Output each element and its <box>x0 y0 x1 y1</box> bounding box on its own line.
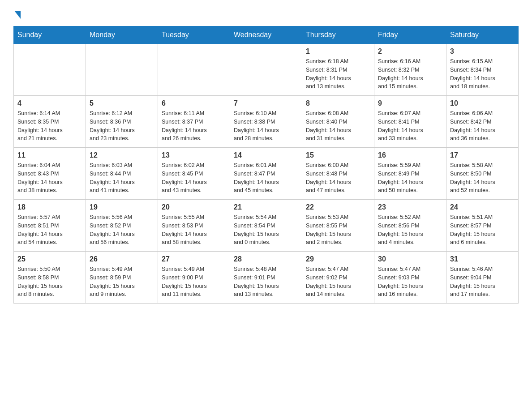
day-number: 31 <box>450 255 515 263</box>
calendar-day-cell: 27Sunrise: 5:49 AM Sunset: 9:00 PM Dayli… <box>158 252 230 304</box>
calendar-day-cell: 4Sunrise: 6:14 AM Sunset: 8:35 PM Daylig… <box>14 96 86 148</box>
day-info: Sunrise: 6:12 AM Sunset: 8:36 PM Dayligh… <box>90 109 154 143</box>
calendar-day-cell: 6Sunrise: 6:11 AM Sunset: 8:37 PM Daylig… <box>158 96 230 148</box>
day-number: 14 <box>234 151 298 159</box>
day-number: 11 <box>17 151 82 159</box>
page-header <box>13 9 519 17</box>
weekday-header-sunday: Sunday <box>14 26 86 44</box>
day-number: 10 <box>450 99 515 107</box>
day-info: Sunrise: 6:00 AM Sunset: 8:48 PM Dayligh… <box>306 161 370 195</box>
day-number: 5 <box>90 99 154 107</box>
calendar-empty-cell <box>230 44 302 96</box>
day-number: 6 <box>162 99 226 107</box>
calendar-day-cell: 1Sunrise: 6:18 AM Sunset: 8:31 PM Daylig… <box>302 44 374 96</box>
day-info: Sunrise: 5:51 AM Sunset: 8:57 PM Dayligh… <box>450 213 515 247</box>
day-info: Sunrise: 6:04 AM Sunset: 8:43 PM Dayligh… <box>17 161 82 195</box>
calendar-day-cell: 14Sunrise: 6:01 AM Sunset: 8:47 PM Dayli… <box>230 148 302 200</box>
day-number: 17 <box>450 151 515 159</box>
day-number: 13 <box>162 151 226 159</box>
calendar-empty-cell <box>14 44 86 96</box>
day-number: 4 <box>17 99 82 107</box>
calendar-day-cell: 9Sunrise: 6:07 AM Sunset: 8:41 PM Daylig… <box>374 96 446 148</box>
logo-top <box>13 9 21 19</box>
calendar-day-cell: 2Sunrise: 6:16 AM Sunset: 8:32 PM Daylig… <box>374 44 446 96</box>
day-info: Sunrise: 6:03 AM Sunset: 8:44 PM Dayligh… <box>90 161 154 195</box>
day-info: Sunrise: 6:10 AM Sunset: 8:38 PM Dayligh… <box>234 109 298 143</box>
day-info: Sunrise: 6:07 AM Sunset: 8:41 PM Dayligh… <box>378 109 442 143</box>
day-number: 28 <box>234 255 298 263</box>
day-info: Sunrise: 5:49 AM Sunset: 9:00 PM Dayligh… <box>162 265 226 299</box>
day-number: 7 <box>234 99 298 107</box>
day-info: Sunrise: 6:06 AM Sunset: 8:42 PM Dayligh… <box>450 109 515 143</box>
day-number: 18 <box>17 203 82 211</box>
calendar-day-cell: 15Sunrise: 6:00 AM Sunset: 8:48 PM Dayli… <box>302 148 374 200</box>
day-number: 12 <box>90 151 154 159</box>
calendar-day-cell: 31Sunrise: 5:46 AM Sunset: 9:04 PM Dayli… <box>446 252 519 304</box>
day-info: Sunrise: 5:50 AM Sunset: 8:58 PM Dayligh… <box>17 265 82 299</box>
day-number: 25 <box>17 255 82 263</box>
weekday-header-saturday: Saturday <box>446 26 519 44</box>
calendar-table: SundayMondayTuesdayWednesdayThursdayFrid… <box>13 26 519 304</box>
day-info: Sunrise: 5:56 AM Sunset: 8:52 PM Dayligh… <box>90 213 154 247</box>
day-info: Sunrise: 6:15 AM Sunset: 8:34 PM Dayligh… <box>450 57 515 91</box>
calendar-empty-cell <box>158 44 230 96</box>
calendar-empty-cell <box>86 44 158 96</box>
calendar-day-cell: 5Sunrise: 6:12 AM Sunset: 8:36 PM Daylig… <box>86 96 158 148</box>
day-number: 20 <box>162 203 226 211</box>
calendar-day-cell: 13Sunrise: 6:02 AM Sunset: 8:45 PM Dayli… <box>158 148 230 200</box>
calendar-day-cell: 12Sunrise: 6:03 AM Sunset: 8:44 PM Dayli… <box>86 148 158 200</box>
day-info: Sunrise: 5:47 AM Sunset: 9:03 PM Dayligh… <box>378 265 442 299</box>
day-number: 8 <box>306 99 370 107</box>
calendar-day-cell: 18Sunrise: 5:57 AM Sunset: 8:51 PM Dayli… <box>14 200 86 252</box>
day-number: 26 <box>90 255 154 263</box>
weekday-header-thursday: Thursday <box>302 26 374 44</box>
calendar-week-row: 4Sunrise: 6:14 AM Sunset: 8:35 PM Daylig… <box>14 96 519 148</box>
day-number: 2 <box>378 47 442 56</box>
calendar-day-cell: 23Sunrise: 5:52 AM Sunset: 8:56 PM Dayli… <box>374 200 446 252</box>
calendar-week-row: 1Sunrise: 6:18 AM Sunset: 8:31 PM Daylig… <box>14 44 519 96</box>
calendar-day-cell: 21Sunrise: 5:54 AM Sunset: 8:54 PM Dayli… <box>230 200 302 252</box>
calendar-day-cell: 19Sunrise: 5:56 AM Sunset: 8:52 PM Dayli… <box>86 200 158 252</box>
calendar-day-cell: 25Sunrise: 5:50 AM Sunset: 8:58 PM Dayli… <box>14 252 86 304</box>
day-info: Sunrise: 6:14 AM Sunset: 8:35 PM Dayligh… <box>17 109 82 143</box>
calendar-day-cell: 3Sunrise: 6:15 AM Sunset: 8:34 PM Daylig… <box>446 44 519 96</box>
weekday-header-tuesday: Tuesday <box>158 26 230 44</box>
day-info: Sunrise: 5:46 AM Sunset: 9:04 PM Dayligh… <box>450 265 515 299</box>
calendar-header-row: SundayMondayTuesdayWednesdayThursdayFrid… <box>14 26 519 44</box>
day-number: 24 <box>450 203 515 211</box>
day-number: 16 <box>378 151 442 159</box>
day-number: 30 <box>378 255 442 263</box>
day-number: 21 <box>234 203 298 211</box>
day-number: 23 <box>378 203 442 211</box>
day-info: Sunrise: 5:52 AM Sunset: 8:56 PM Dayligh… <box>378 213 442 247</box>
day-info: Sunrise: 5:49 AM Sunset: 8:59 PM Dayligh… <box>90 265 154 299</box>
calendar-day-cell: 8Sunrise: 6:08 AM Sunset: 8:40 PM Daylig… <box>302 96 374 148</box>
day-number: 22 <box>306 203 370 211</box>
calendar-day-cell: 7Sunrise: 6:10 AM Sunset: 8:38 PM Daylig… <box>230 96 302 148</box>
day-number: 3 <box>450 47 515 56</box>
day-info: Sunrise: 5:55 AM Sunset: 8:53 PM Dayligh… <box>162 213 226 247</box>
logo-arrow-icon <box>14 11 21 19</box>
calendar-day-cell: 24Sunrise: 5:51 AM Sunset: 8:57 PM Dayli… <box>446 200 519 252</box>
calendar-day-cell: 29Sunrise: 5:47 AM Sunset: 9:02 PM Dayli… <box>302 252 374 304</box>
day-info: Sunrise: 6:02 AM Sunset: 8:45 PM Dayligh… <box>162 161 226 195</box>
calendar-week-row: 18Sunrise: 5:57 AM Sunset: 8:51 PM Dayli… <box>14 200 519 252</box>
day-number: 9 <box>378 99 442 107</box>
day-number: 19 <box>90 203 154 211</box>
day-info: Sunrise: 5:47 AM Sunset: 9:02 PM Dayligh… <box>306 265 370 299</box>
day-info: Sunrise: 6:18 AM Sunset: 8:31 PM Dayligh… <box>306 57 370 91</box>
day-info: Sunrise: 6:11 AM Sunset: 8:37 PM Dayligh… <box>162 109 226 143</box>
day-info: Sunrise: 6:16 AM Sunset: 8:32 PM Dayligh… <box>378 57 442 91</box>
calendar-day-cell: 17Sunrise: 5:58 AM Sunset: 8:50 PM Dayli… <box>446 148 519 200</box>
day-info: Sunrise: 5:48 AM Sunset: 9:01 PM Dayligh… <box>234 265 298 299</box>
calendar-week-row: 25Sunrise: 5:50 AM Sunset: 8:58 PM Dayli… <box>14 252 519 304</box>
day-info: Sunrise: 5:57 AM Sunset: 8:51 PM Dayligh… <box>17 213 82 247</box>
day-number: 29 <box>306 255 370 263</box>
calendar-day-cell: 20Sunrise: 5:55 AM Sunset: 8:53 PM Dayli… <box>158 200 230 252</box>
day-number: 27 <box>162 255 226 263</box>
calendar-day-cell: 10Sunrise: 6:06 AM Sunset: 8:42 PM Dayli… <box>446 96 519 148</box>
weekday-header-monday: Monday <box>86 26 158 44</box>
day-info: Sunrise: 6:08 AM Sunset: 8:40 PM Dayligh… <box>306 109 370 143</box>
weekday-header-friday: Friday <box>374 26 446 44</box>
calendar-day-cell: 16Sunrise: 5:59 AM Sunset: 8:49 PM Dayli… <box>374 148 446 200</box>
